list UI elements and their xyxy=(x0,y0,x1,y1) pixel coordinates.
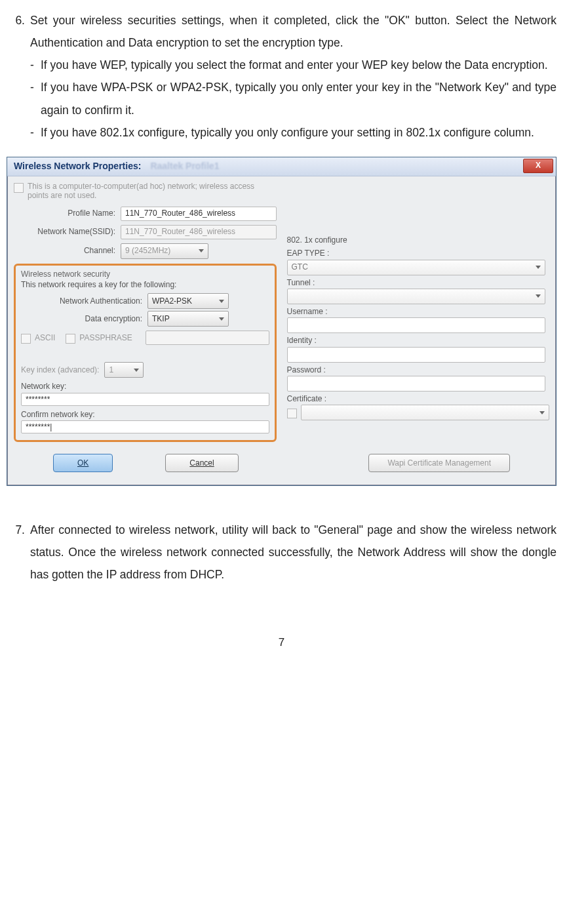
format-input[interactable] xyxy=(146,331,269,345)
keyindex-row: Key index (advanced): 1 xyxy=(21,362,269,378)
channel-select[interactable]: 9 (2452MHz) xyxy=(121,243,208,259)
passphrase-label: PASSPHRASE xyxy=(79,333,132,342)
step-6: 6. Set your wireless securities settings… xyxy=(7,9,557,144)
chevron-down-icon xyxy=(199,249,204,252)
security-subline: This network requires a key for the foll… xyxy=(21,280,269,289)
profile-label: Profile Name: xyxy=(14,209,121,218)
adhoc-row: This is a computer-to-computer(ad hoc) n… xyxy=(14,182,277,201)
ssid-row: Network Name(SSID): 11N_770_Router_486_w… xyxy=(14,225,277,239)
confirm-input[interactable]: ********| xyxy=(21,420,269,433)
chevron-down-icon xyxy=(536,294,541,298)
password-label: Password : xyxy=(287,365,550,374)
left-panel: This is a computer-to-computer(ad hoc) n… xyxy=(14,182,277,442)
cert-row xyxy=(287,405,550,420)
bullet-text: If you have 802.1x configure, typically … xyxy=(41,121,557,144)
8021x-header: 802. 1x configure xyxy=(287,235,550,245)
adhoc-checkbox[interactable] xyxy=(14,183,24,193)
security-group: Wireless network security This network r… xyxy=(14,264,277,443)
dash: - xyxy=(30,121,41,144)
dash: - xyxy=(30,76,41,98)
page-number: 7 xyxy=(7,632,557,653)
ascii-option[interactable]: ASCII xyxy=(21,332,55,344)
step-body: Set your wireless securities settings, w… xyxy=(30,9,557,144)
username-input[interactable] xyxy=(287,317,545,333)
channel-row: Channel: 9 (2452MHz) xyxy=(14,243,277,259)
step7-text: After connected to wireless network, uti… xyxy=(30,519,557,586)
dialog-figure: Wireless Network Properties: Raaltek Pro… xyxy=(7,157,557,486)
auth-select[interactable]: WPA2-PSK xyxy=(147,293,229,309)
bullet-text: If you have WEP, typically you select th… xyxy=(41,54,557,76)
tunnel-label: Tunnel : xyxy=(287,278,550,287)
chevron-down-icon xyxy=(219,317,224,321)
bullet-8021x: - If you have 802.1x configure, typicall… xyxy=(30,121,557,144)
netkey-input[interactable]: ******** xyxy=(21,393,269,406)
enc-value: TKIP xyxy=(152,314,170,323)
channel-label: Channel: xyxy=(14,246,121,255)
keyindex-value: 1 xyxy=(109,365,113,374)
auth-label: Network Authentication: xyxy=(21,296,147,306)
passphrase-option[interactable]: PASSPHRASE xyxy=(66,332,132,344)
eap-value: GTC xyxy=(292,262,308,271)
cert-checkbox[interactable] xyxy=(287,409,297,418)
bullet-text: If you have WPA-PSK or WPA2-PSK, typical… xyxy=(41,76,557,121)
title-extra: Raaltek Profile1 xyxy=(150,161,219,172)
step-number: 7. xyxy=(7,519,30,541)
keyindex-label: Key index (advanced): xyxy=(21,365,99,374)
enc-label: Data encryption: xyxy=(21,314,147,323)
chevron-down-icon xyxy=(536,266,541,269)
chevron-down-icon xyxy=(134,369,139,372)
ssid-input[interactable]: 11N_770_Router_486_wireless xyxy=(121,225,277,239)
profile-row: Profile Name: 11N_770_Router_486_wireles… xyxy=(14,207,277,221)
eap-label: EAP TYPE : xyxy=(287,249,550,258)
bullet-wpa: - If you have WPA-PSK or WPA2-PSK, typic… xyxy=(30,76,557,121)
auth-row: Network Authentication: WPA2-PSK xyxy=(21,293,269,309)
cancel-button[interactable]: Cancel xyxy=(165,454,238,472)
confirm-label: Confirm network key: xyxy=(21,410,269,419)
cert-label: Certificate : xyxy=(287,394,550,403)
chevron-down-icon xyxy=(219,300,224,303)
dash: - xyxy=(30,54,41,76)
wapi-button[interactable]: Wapi Certificate Management xyxy=(368,454,510,472)
adhoc-label: This is a computer-to-computer(ad hoc) n… xyxy=(28,182,277,201)
tunnel-select[interactable] xyxy=(287,289,545,304)
titlebar: Wireless Network Properties: Raaltek Pro… xyxy=(7,157,556,176)
step-7: 7. After connected to wireless network, … xyxy=(7,519,557,586)
identity-label: Identity : xyxy=(287,336,550,345)
step6-intro: Set your wireless securities settings, w… xyxy=(30,9,557,54)
eap-select[interactable]: GTC xyxy=(287,260,545,275)
window-title: Wireless Network Properties: xyxy=(14,161,141,172)
netkey-label: Network key: xyxy=(21,382,269,391)
button-row: OK Cancel Wapi Certificate Management xyxy=(14,447,549,475)
wireless-properties-dialog: Wireless Network Properties: Raaltek Pro… xyxy=(7,157,557,486)
ok-button[interactable]: OK xyxy=(53,454,113,472)
close-button[interactable]: X xyxy=(523,159,553,173)
channel-value: 9 (2452MHz) xyxy=(125,246,170,255)
close-icon: X xyxy=(536,161,541,170)
format-row: ASCII PASSPHRASE xyxy=(21,331,269,345)
ascii-label: ASCII xyxy=(35,333,55,342)
passphrase-checkbox[interactable] xyxy=(66,334,75,344)
enc-select[interactable]: TKIP xyxy=(147,311,229,327)
cert-select[interactable] xyxy=(301,405,550,420)
username-label: Username : xyxy=(287,307,550,316)
chevron-down-icon xyxy=(539,411,545,414)
security-legend: Wireless network security xyxy=(21,270,269,279)
ssid-label: Network Name(SSID): xyxy=(14,227,121,236)
profile-input[interactable]: 11N_770_Router_486_wireless xyxy=(121,207,277,221)
enc-row: Data encryption: TKIP xyxy=(21,311,269,327)
right-panel: 802. 1x configure EAP TYPE : GTC Tunnel … xyxy=(287,182,550,421)
ascii-checkbox[interactable] xyxy=(21,334,31,344)
keyindex-select[interactable]: 1 xyxy=(104,362,144,378)
bullet-wep: - If you have WEP, typically you select … xyxy=(30,54,557,76)
auth-value: WPA2-PSK xyxy=(152,296,192,306)
step-number: 6. xyxy=(7,9,30,31)
password-input[interactable] xyxy=(287,376,545,392)
identity-input[interactable] xyxy=(287,347,545,363)
